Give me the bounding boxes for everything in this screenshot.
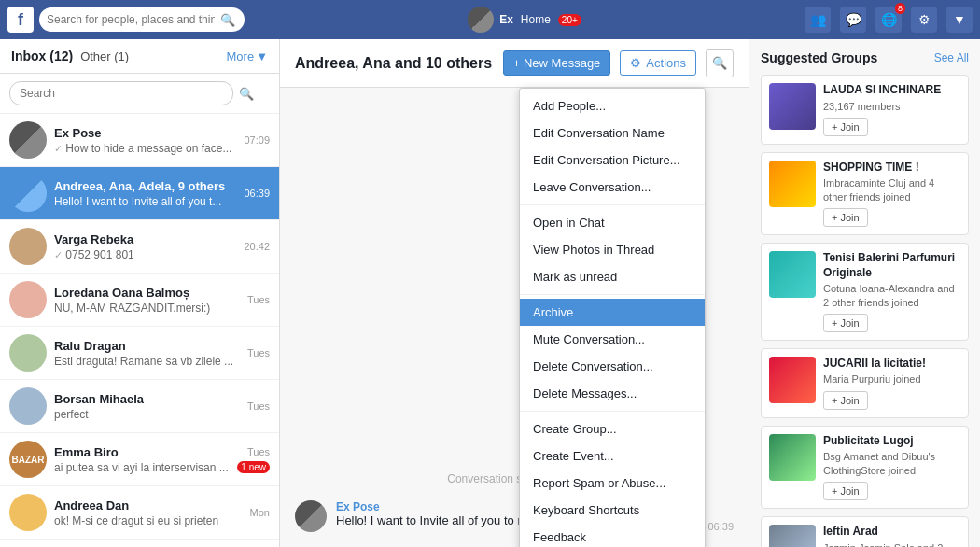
suggested-group-item: Ieftin Arad Jazmin Jasmin Sale and 2 oth…: [761, 516, 969, 547]
nav-username: Ex: [499, 13, 513, 26]
group-content: JUCARII la licitatie! Maria Purpuriu joi…: [823, 357, 960, 410]
friends-icon-btn[interactable]: 👥: [805, 7, 831, 33]
dropdown-item-leave[interactable]: Leave Conversation...: [520, 174, 705, 201]
group-name: JUCARII la licitatie!: [823, 357, 960, 372]
nav-search-input[interactable]: [47, 13, 215, 26]
dropdown-item-feedback[interactable]: Feedback: [520, 524, 705, 547]
dropdown-item-keyboard-shortcuts[interactable]: Keyboard Shortcuts: [520, 497, 705, 524]
join-button[interactable]: + Join: [823, 208, 868, 227]
msg-name: Varga Rebeka: [54, 232, 236, 246]
msg-preview: ok! M-si ce dragut si eu si prieten: [54, 514, 243, 527]
dropdown-group-3: Archive Mute Conversation... Delete Conv…: [520, 295, 705, 412]
suggested-group-item: JUCARII la licitatie! Maria Purpuriu joi…: [761, 348, 969, 418]
inbox-search-input[interactable]: [9, 81, 233, 105]
dropdown-item-report-spam[interactable]: Report Spam or Abuse...: [520, 470, 705, 497]
msg-meta: Tues: [247, 400, 270, 412]
gear-icon: ⚙: [630, 56, 641, 70]
msg-item-balmos[interactable]: Loredana Oana Balmoș NU, M-AM RAZGANDIT.…: [0, 274, 279, 327]
search-conversations-button[interactable]: 🔍: [706, 49, 734, 77]
dropdown-item-archive[interactable]: Archive: [520, 299, 705, 326]
msg-name: Andreea, Ana, Adela, 9 others: [54, 179, 236, 193]
messages-icon-btn[interactable]: 💬: [840, 7, 866, 33]
msg-preview: Hello! I want to Invite all of you t...: [54, 195, 236, 208]
group-info: Bsg Amanet and Dibuu's ClothingStore joi…: [823, 450, 960, 477]
dropdown-item-mark-unread[interactable]: Mark as unread: [520, 263, 705, 290]
inbox-header: Inbox (12) Other (1) More ▼: [0, 39, 279, 74]
main-layout: Inbox (12) Other (1) More ▼ 🔍 Ex Pose ✓ …: [0, 39, 980, 547]
see-all-link[interactable]: See All: [934, 51, 969, 64]
suggested-group-item: Publicitate Lugoj Bsg Amanet and Dibuu's…: [761, 426, 969, 509]
conversation-title: Andreea, Ana and 10 others: [295, 55, 494, 72]
group-avatar: [769, 434, 816, 481]
group-content: Publicitate Lugoj Bsg Amanet and Dibuu's…: [823, 434, 960, 500]
dropdown-item-add-people[interactable]: Add People...: [520, 92, 705, 119]
settings-icon-btn[interactable]: ⚙: [911, 7, 937, 33]
dropdown-item-create-group[interactable]: Create Group...: [520, 415, 705, 442]
more-button[interactable]: More ▼: [227, 49, 269, 63]
msg-item-expose[interactable]: Ex Pose ✓ How to hide a message on face.…: [0, 114, 279, 167]
join-button[interactable]: + Join: [823, 482, 868, 500]
dropdown-item-mute[interactable]: Mute Conversation...: [520, 326, 705, 353]
group-name: LAUDA SI INCHINARE: [823, 83, 960, 98]
group-content: SHOPPING TIME ! Imbracaminte Cluj and 4 …: [823, 161, 960, 227]
dropdown-item-delete-conv[interactable]: Delete Conversation...: [520, 353, 705, 380]
nav-search[interactable]: 🔍: [39, 7, 245, 32]
msg-preview: NU, M-AM RAZGANDIT.mersi:): [54, 302, 240, 315]
notif-badge: 8: [895, 3, 905, 14]
account-dropdown-btn[interactable]: ▼: [946, 7, 973, 33]
msg-item-mihaela[interactable]: Borsan Mihaela perfect Tues: [0, 380, 279, 433]
suggested-groups-title: Suggested Groups: [761, 50, 934, 65]
message-list: Ex Pose ✓ How to hide a message on face.…: [0, 114, 279, 547]
dropdown-item-edit-name[interactable]: Edit Conversation Name: [520, 119, 705, 147]
inbox-title: Inbox (12): [11, 49, 73, 63]
dropdown-group-1: Add People... Edit Conversation Name Edi…: [520, 89, 705, 205]
other-tab[interactable]: Other (1): [80, 49, 129, 63]
dropdown-item-edit-picture[interactable]: Edit Conversation Picture...: [520, 147, 705, 174]
group-info: Maria Purpuriu joined: [823, 372, 960, 386]
msg-name: Borsan Mihaela: [54, 392, 240, 406]
actions-button[interactable]: ⚙ Actions: [620, 50, 696, 76]
msg-meta: 07:09: [244, 134, 270, 146]
dropdown-item-delete-msgs[interactable]: Delete Messages...: [520, 380, 705, 407]
nav-avatar: [468, 7, 494, 33]
msg-name: Emma Biro: [54, 445, 230, 459]
msg-meta: 06:39: [244, 188, 270, 199]
msg-name: Ex Pose: [54, 126, 236, 140]
dropdown-item-create-event[interactable]: Create Event...: [520, 442, 705, 470]
right-sidebar: Suggested Groups See All LAUDA SI INCHIN…: [749, 39, 980, 547]
group-name: Publicitate Lugoj: [823, 434, 960, 449]
msg-content: Emma Biro ai putea sa vi ayi la interser…: [54, 445, 230, 474]
join-button[interactable]: + Join: [823, 314, 868, 332]
msg-item-rebeka[interactable]: Varga Rebeka ✓ 0752 901 801 20:42: [0, 220, 279, 274]
actions-dropdown-menu: Add People... Edit Conversation Name Edi…: [519, 88, 706, 547]
new-badge: 1 new: [237, 461, 270, 473]
msg-item-group[interactable]: Andreea, Ana, Adela, 9 others Hello! I w…: [0, 167, 279, 220]
home-badge: 20+: [558, 14, 581, 26]
nav-center: Ex Home 20+: [250, 7, 799, 33]
group-info: Cotuna Ioana-Alexandra and 2 other frien…: [823, 282, 960, 309]
avatar: [9, 281, 47, 318]
group-content: Ieftin Arad Jazmin Jasmin Sale and 2 oth…: [823, 525, 960, 547]
msg-item-dan[interactable]: Andreea Dan ok! M-si ce dragut si eu si …: [0, 486, 279, 540]
nav-home[interactable]: Home: [521, 13, 551, 26]
new-message-button[interactable]: + New Message: [503, 50, 611, 76]
left-sidebar: Inbox (12) Other (1) More ▼ 🔍 Ex Pose ✓ …: [0, 39, 280, 547]
search-icon: 🔍: [712, 56, 727, 70]
msg-item-dragan[interactable]: Ralu Dragan Esti draguta! Ramane sa vb z…: [0, 327, 279, 380]
msg-content: Borsan Mihaela perfect: [54, 392, 240, 421]
group-avatar: [769, 251, 816, 298]
dropdown-item-open-chat[interactable]: Open in Chat: [520, 209, 705, 236]
msg-item-biro[interactable]: BAZAR Emma Biro ai putea sa vi ayi la in…: [0, 433, 279, 486]
suggested-groups-header: Suggested Groups See All: [761, 50, 969, 65]
notifications-icon-btn[interactable]: 🌐 8: [875, 7, 902, 33]
center-content: Andreea, Ana and 10 others + New Message…: [280, 39, 749, 547]
join-button[interactable]: + Join: [823, 118, 868, 136]
dropdown-item-view-photos[interactable]: View Photos in Thread: [520, 236, 705, 263]
group-avatar: [769, 161, 816, 207]
message-avatar: [295, 500, 327, 532]
msg-content: Ralu Dragan Esti draguta! Ramane sa vb z…: [54, 339, 240, 368]
msg-meta: Tues 1 new: [237, 446, 270, 473]
nav-icons: 👥 💬 🌐 8 ⚙ ▼: [805, 7, 973, 33]
message-time: 06:39: [707, 521, 734, 532]
join-button[interactable]: + Join: [823, 391, 868, 410]
